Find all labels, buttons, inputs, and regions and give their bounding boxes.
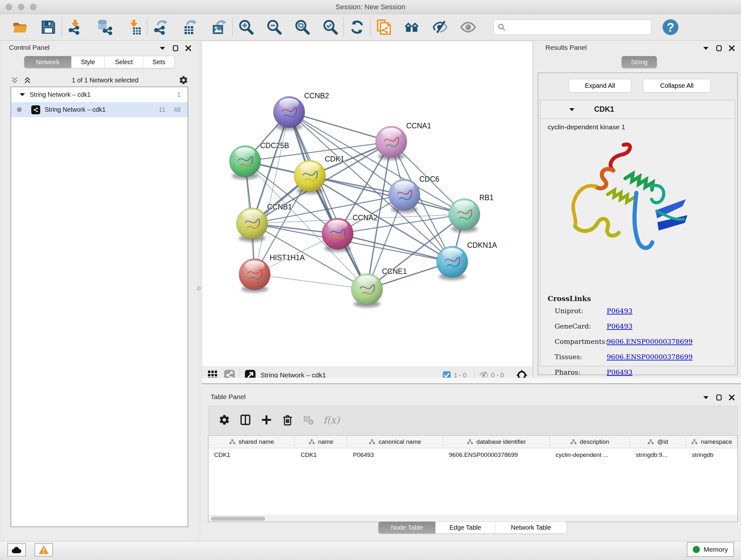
network-node-CDK1[interactable]	[294, 160, 326, 194]
collapse-all-button[interactable]: Collapse All	[643, 79, 711, 92]
import-table-from-file-button[interactable]	[124, 17, 144, 37]
table-cell[interactable]: CDK1	[295, 448, 347, 462]
zoom-in-button[interactable]	[236, 17, 256, 37]
node-result-header[interactable]: CDK1	[541, 100, 735, 119]
cloud-status-button[interactable]	[7, 543, 26, 557]
gear-icon[interactable]	[179, 75, 188, 85]
tab-node-table[interactable]: Node Table	[379, 522, 435, 534]
column-header-database-identifier[interactable]: database identifier	[443, 435, 550, 448]
network-node-CCNE1[interactable]	[351, 273, 383, 307]
panel-menu-icon[interactable]	[703, 46, 709, 51]
export-table-button[interactable]	[180, 17, 200, 37]
network-node-CCNB2[interactable]	[273, 97, 305, 130]
table-horizontal-scrollbar[interactable]	[208, 515, 738, 522]
results-panel-tabs: String	[621, 56, 657, 68]
hide-selected-button[interactable]	[430, 17, 450, 37]
crosslink-link[interactable]: P06493	[607, 322, 632, 330]
network-edge-HIST1H1A-CCNE1[interactable]	[255, 274, 367, 289]
refresh-button[interactable]	[347, 17, 367, 37]
column-header--id[interactable]: @id	[630, 435, 686, 448]
crosslink-link[interactable]: P06493	[607, 307, 632, 315]
network-view-canvas[interactable]: CCNB2CCNA1CDC25BCDK1CDC6RB1CCNB1CCNA2CDK…	[202, 42, 533, 367]
maximize-window-button[interactable]	[30, 4, 37, 10]
table-cell[interactable]: 9606.ENSP00000378699	[443, 448, 550, 462]
close-window-button[interactable]	[6, 4, 12, 10]
column-header-description[interactable]: description	[550, 435, 630, 448]
help-button[interactable]: ?	[662, 18, 679, 36]
network-edge-CCNB2-CCNE1[interactable]	[289, 112, 367, 289]
expand-all-button[interactable]: Expand All	[569, 79, 631, 92]
network-node-RB1[interactable]	[449, 199, 480, 233]
crosslink-link[interactable]: P06493	[607, 368, 632, 376]
network-edge-CCNB2-HIST1H1A[interactable]	[255, 112, 289, 274]
search-input[interactable]	[509, 23, 648, 31]
table-cell[interactable]: stringdb:9...	[630, 448, 686, 462]
column-header-namespace[interactable]: namespace	[686, 435, 738, 448]
tab-network[interactable]: Network	[24, 56, 71, 68]
delete-column-trash-icon[interactable]	[282, 414, 293, 426]
export-network-button[interactable]	[151, 17, 171, 37]
network-edge-CCNB2-CCNA1[interactable]	[289, 112, 391, 142]
panel-float-icon[interactable]	[173, 45, 179, 51]
zoom-selected-button[interactable]	[320, 17, 340, 37]
vertical-splitter-grip-left[interactable]	[197, 287, 201, 290]
tab-select[interactable]: Select	[105, 56, 143, 68]
tab-network-table[interactable]: Network Table	[495, 522, 567, 534]
table-cell[interactable]: CDK1	[208, 448, 295, 462]
collapse-all-chevrons-icon[interactable]	[10, 76, 19, 84]
function-builder-icon[interactable]: f(x)	[323, 415, 340, 426]
add-column-icon[interactable]	[261, 414, 272, 426]
network-node-CCNB1[interactable]	[237, 208, 268, 242]
crosslink-link[interactable]: 9606.ENSP00000378699	[607, 353, 692, 361]
panel-close-icon[interactable]	[185, 45, 191, 51]
scrollbar-thumb[interactable]	[211, 516, 265, 521]
show-all-button[interactable]	[458, 17, 478, 37]
table-gear-icon[interactable]	[219, 414, 230, 426]
memory-label: Memory	[704, 546, 728, 553]
network-node-CDKN1A[interactable]	[436, 246, 468, 280]
panel-close-icon[interactable]	[729, 395, 735, 400]
tree-expander-icon[interactable]	[19, 92, 25, 97]
network-node-CCNA1[interactable]	[376, 126, 407, 160]
network-node-CDC25B[interactable]	[229, 145, 261, 179]
crosslink-link[interactable]: 9606.ENSP00000378699	[607, 338, 692, 346]
network-collection-row[interactable]: String Network – cdk1 1	[11, 87, 188, 102]
column-header-name[interactable]: name	[295, 435, 347, 448]
panel-menu-icon[interactable]	[159, 46, 165, 51]
save-session-button[interactable]	[38, 17, 58, 37]
open-session-button[interactable]	[10, 17, 30, 37]
export-image-button[interactable]	[209, 17, 229, 37]
panel-float-icon[interactable]	[716, 45, 722, 51]
network-node-CCNA2[interactable]	[322, 218, 353, 252]
tab-edge-table[interactable]: Edge Table	[435, 522, 495, 534]
panel-float-icon[interactable]	[716, 394, 722, 401]
zoom-fit-button[interactable]	[292, 17, 312, 37]
network-node-CDC6[interactable]	[389, 179, 420, 213]
table-cell[interactable]: P06493	[347, 448, 443, 462]
panel-close-icon[interactable]	[729, 45, 735, 51]
import-network-from-file-button[interactable]	[65, 17, 85, 37]
delete-table-icon[interactable]	[303, 415, 314, 425]
warnings-button[interactable]	[35, 543, 53, 557]
column-header-shared-name[interactable]: shared name	[208, 435, 295, 448]
zoom-out-button[interactable]	[264, 17, 284, 37]
node-table-header: shared namenamecanonical namedatabase id…	[208, 435, 738, 448]
tab-style[interactable]: Style	[71, 56, 105, 68]
expand-all-chevrons-icon[interactable]	[23, 76, 31, 84]
minimize-window-button[interactable]	[18, 4, 24, 10]
memory-button[interactable]: Memory	[687, 542, 734, 557]
table-panel: Table Panel f(x) shared namenamecanonica…	[202, 385, 741, 541]
network-row[interactable]: String Network – cdk1 11 48	[11, 102, 188, 117]
tab-string[interactable]: String	[622, 56, 657, 68]
panel-menu-icon[interactable]	[703, 395, 709, 400]
network-node-HIST1H1A[interactable]	[239, 259, 270, 293]
tab-sets[interactable]: Sets	[143, 56, 174, 68]
show-columns-icon[interactable]	[240, 414, 251, 426]
column-header-canonical-name[interactable]: canonical name	[347, 435, 443, 448]
copy-document-button[interactable]	[374, 17, 394, 37]
import-network-from-database-button[interactable]	[94, 17, 114, 37]
entry-expander-icon[interactable]	[569, 107, 575, 112]
table-cell[interactable]: stringdb	[686, 448, 738, 462]
table-cell[interactable]: cyclin-dependent ...	[550, 448, 630, 462]
home-button[interactable]	[402, 17, 422, 37]
